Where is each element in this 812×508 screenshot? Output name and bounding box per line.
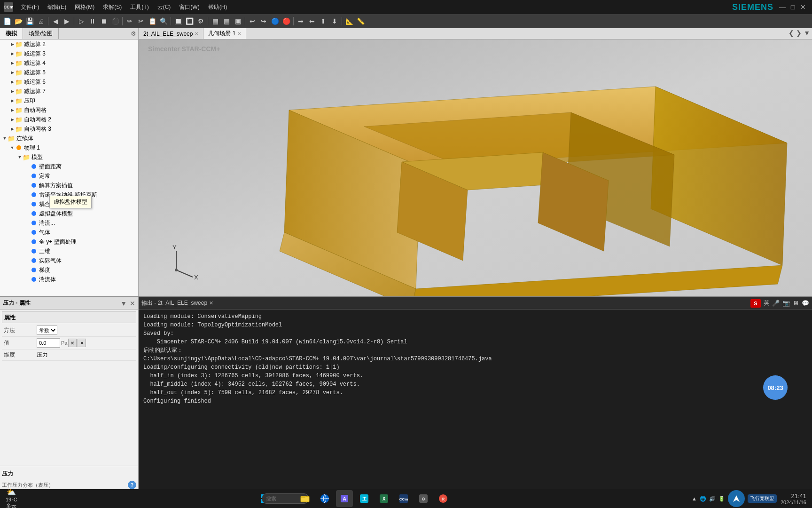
toolbar-button[interactable]: ⏸: [87, 16, 98, 26]
tree-item[interactable]: ▼物理 1: [0, 143, 138, 152]
taskbar-app2-icon[interactable]: 工: [356, 490, 373, 507]
tree-expand-icon[interactable]: ▶: [9, 117, 15, 122]
tree-item[interactable]: 定常: [0, 171, 138, 181]
toolbar-button[interactable]: ⬇: [329, 16, 340, 26]
tree-expand-icon[interactable]: ▶: [9, 60, 15, 66]
output-content[interactable]: Loading module: ConservativeMappingLoadi…: [139, 310, 812, 490]
file-tab[interactable]: 2t_AIL_ELE_sweep ✕: [139, 28, 203, 39]
tree-expand-icon[interactable]: [24, 239, 30, 245]
menu-item[interactable]: 网格(M): [71, 2, 98, 12]
toolbar-button[interactable]: 🖨: [36, 16, 46, 26]
file-tab-close[interactable]: ✕: [195, 31, 198, 36]
toolbar-button[interactable]: 📄: [2, 16, 12, 26]
props-expand-btn[interactable]: ▾: [78, 339, 86, 347]
toolbar-button[interactable]: 🔲: [173, 16, 183, 26]
nav-menu[interactable]: ▼: [804, 29, 810, 37]
tree-expand-icon[interactable]: ▶: [9, 107, 15, 113]
toolbar-button[interactable]: 📂: [13, 16, 23, 26]
toolbar-button[interactable]: ▶: [62, 16, 72, 26]
toolbar-button[interactable]: ✂: [136, 16, 146, 26]
toolbar-button[interactable]: 💾: [24, 16, 35, 26]
taskbar-excel-icon[interactable]: X: [375, 490, 392, 507]
tray-battery[interactable]: 🔋: [718, 496, 725, 502]
toolbar-button[interactable]: ⬆: [318, 16, 328, 26]
menu-item[interactable]: 云(C): [154, 2, 175, 12]
toolbar-button[interactable]: ⚙: [195, 16, 206, 26]
toolbar-button[interactable]: ✏: [125, 16, 135, 26]
tree-item[interactable]: 梯度: [0, 265, 138, 275]
tab-simulation[interactable]: 模拟: [0, 28, 23, 39]
tray-nav-circle[interactable]: [728, 490, 745, 507]
tray-arrow[interactable]: ▲: [692, 496, 697, 501]
taskbar-red-app-icon[interactable]: R: [435, 490, 452, 507]
props-close-button[interactable]: ✕: [130, 300, 135, 307]
toolbar-button[interactable]: ▷: [76, 16, 86, 26]
tree-expand-icon[interactable]: [24, 173, 30, 179]
tree-item[interactable]: ▶📁自动网格: [0, 105, 138, 115]
tree-expand-icon[interactable]: [24, 164, 30, 169]
toolbar-button[interactable]: 🔳: [184, 16, 195, 26]
tree-item[interactable]: ▶📁压印: [0, 96, 138, 105]
props-value-input[interactable]: [37, 338, 60, 348]
close-button[interactable]: ✕: [800, 4, 806, 10]
tree-expand-icon[interactable]: ▼: [2, 135, 8, 141]
toolbar-button[interactable]: ◀: [50, 16, 61, 26]
toolbar-button[interactable]: ▣: [233, 16, 243, 26]
tree-expand-icon[interactable]: [24, 267, 30, 273]
tree-item[interactable]: 实际气体: [0, 256, 138, 265]
tree-expand-icon[interactable]: [24, 220, 30, 226]
tree-expand-icon[interactable]: [24, 277, 30, 282]
scene-tab[interactable]: 几何场景 1 ✕: [203, 28, 246, 39]
tree-expand-icon[interactable]: [24, 183, 30, 188]
tree-expand-icon[interactable]: ▶: [9, 79, 15, 85]
tree-item[interactable]: 湍流体: [0, 275, 138, 284]
tree-item[interactable]: ▶📁减运算 5: [0, 68, 138, 77]
taskbar-app3-icon[interactable]: ⚙: [415, 490, 432, 507]
menu-item[interactable]: 窗口(W): [175, 2, 203, 12]
toolbar-button[interactable]: ➡: [296, 16, 306, 26]
output-message-icon[interactable]: 💬: [802, 300, 809, 307]
nav-prev[interactable]: ❮: [789, 29, 794, 37]
props-help-button[interactable]: ?: [128, 481, 136, 489]
tree-expand-icon[interactable]: ▶: [9, 51, 15, 56]
tree-expand-icon[interactable]: ▶: [9, 88, 15, 94]
menu-item[interactable]: 编辑(E): [44, 2, 70, 12]
menu-item[interactable]: 求解(S): [99, 2, 125, 12]
tree-item[interactable]: ▼📁模型: [0, 152, 138, 162]
taskbar-starccm-icon[interactable]: CCm: [395, 490, 412, 507]
tree-expand-icon[interactable]: ▶: [9, 41, 15, 47]
tree-item[interactable]: 全 y+ 壁面处理: [0, 237, 138, 246]
tree-item[interactable]: 虚拟盘体模型: [0, 209, 138, 218]
left-panel-settings-icon[interactable]: ⚙: [131, 30, 136, 37]
output-mic-icon[interactable]: 🎤: [772, 300, 780, 307]
tree-container[interactable]: ▶📁减运算 2▶📁减运算 3▶📁减运算 4▶📁减运算 5▶📁减运算 6▶📁减运算…: [0, 40, 138, 296]
nav-next[interactable]: ❯: [796, 29, 802, 37]
tree-item[interactable]: 耦合流体: [0, 199, 138, 209]
tree-expand-icon[interactable]: [24, 201, 30, 207]
toolbar-button[interactable]: ▤: [221, 16, 232, 26]
tree-expand-icon[interactable]: [24, 230, 30, 235]
tree-item[interactable]: ▶📁减运算 6: [0, 77, 138, 87]
props-lock-btn[interactable]: ✕: [68, 339, 77, 347]
output-cam-icon[interactable]: 📷: [782, 300, 790, 307]
props-method-select[interactable]: 常数: [37, 325, 57, 335]
tree-expand-icon[interactable]: ▶: [9, 70, 15, 75]
minimize-button[interactable]: —: [779, 4, 786, 10]
tree-item[interactable]: ▶📁减运算 2: [0, 40, 138, 49]
toolbar-button[interactable]: ↩: [247, 16, 258, 26]
tree-item[interactable]: ▶📁减运算 4: [0, 58, 138, 68]
menu-item[interactable]: 文件(F): [17, 2, 43, 12]
toolbar-button[interactable]: 🔴: [281, 16, 291, 26]
toolbar-button[interactable]: 📏: [355, 16, 366, 26]
tree-item[interactable]: ▶📁自动网格 3: [0, 124, 138, 134]
tree-item[interactable]: 壁面距离: [0, 162, 138, 171]
tree-item[interactable]: 雷诺平均纳维-斯托克斯: [0, 190, 138, 199]
tray-sound[interactable]: 🔊: [709, 496, 716, 502]
tree-expand-icon[interactable]: ▼: [9, 145, 15, 151]
tree-item[interactable]: ▶📁自动网格 2: [0, 115, 138, 124]
taskbar-search-button[interactable]: [277, 490, 294, 507]
tree-expand-icon[interactable]: [24, 248, 30, 254]
taskbar-browser-icon[interactable]: [316, 490, 333, 507]
tree-item[interactable]: 气体: [0, 228, 138, 237]
toolbar-button[interactable]: ↪: [258, 16, 269, 26]
